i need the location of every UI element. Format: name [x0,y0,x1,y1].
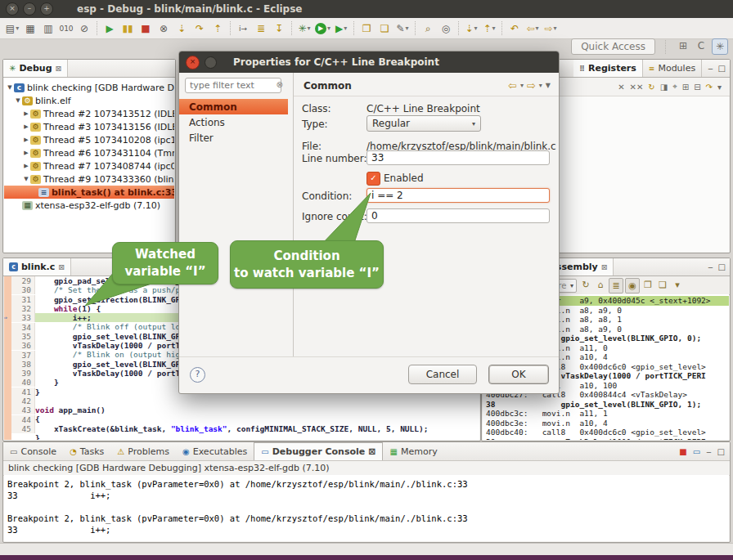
tab-blink-c[interactable]: c blink.c ⊠ [3,258,71,276]
step-over-button[interactable]: ↷ [191,20,209,37]
show-details-icon[interactable]: ◨ [660,83,668,92]
ignore-count-input[interactable] [366,208,550,223]
step-return-button[interactable]: ⇡ [209,20,227,37]
breakpoint-ruler[interactable] [4,396,11,405]
debug-tree-item[interactable]: ▶⚙Thread #6 1073431104 (Tmr Svc) (Su [4,146,174,159]
view-menu-icon[interactable]: ▾ [671,278,684,292]
terminate-button[interactable]: ■ [137,20,155,37]
line-number-input[interactable] [366,150,550,165]
link-with-view-icon[interactable]: ❐ [641,278,654,292]
debug-tree-item[interactable]: ▼⚙Thread #9 1073433360 (blink_task [4,172,174,186]
tree-expand-icon[interactable]: ▼ [22,176,30,182]
next-annotation-button[interactable]: ⇣ [462,20,480,37]
tree-expand-icon[interactable]: ▼ [14,97,22,104]
maximize-icon[interactable]: □ [718,64,726,73]
tree-expand-icon[interactable]: ▼ [6,84,14,91]
remove-selected-icon[interactable]: ✕ [618,83,624,92]
window-close-button[interactable]: × [6,2,19,16]
breakpoint-ruler[interactable] [4,295,11,304]
refresh-icon[interactable]: ↻ [579,278,592,292]
instruction-stepping-button[interactable]: i→ [234,20,252,37]
dialog-close-button[interactable]: × [186,56,200,69]
remove-all-icon[interactable]: ✕✕ [630,83,644,92]
search-button[interactable]: ⌕ [419,20,437,37]
tree-expand-icon[interactable]: ▶ [22,163,30,169]
breakpoint-ruler[interactable] [4,414,11,423]
external-tools-button[interactable]: ▶ [332,20,350,37]
close-icon[interactable]: ⊠ [58,263,65,271]
back-button[interactable]: ⇦ [524,20,542,37]
back-icon[interactable]: ⇦ [508,79,517,92]
breakpoint-ruler[interactable] [4,304,11,313]
debug-tree-item[interactable]: ▶⚙Thread #3 1073413156 (IDLE) (Susp [4,120,174,133]
resume-button[interactable]: ▶ [101,20,119,37]
open-new-view-icon[interactable]: ❏ [656,278,669,292]
breakpoint-ruler[interactable] [4,433,11,440]
breakpoint-ruler[interactable] [4,369,11,378]
skip-all-breakpoints-button[interactable]: ⊘ [75,20,93,37]
tab-tasks[interactable]: ◔Tasks [63,442,110,460]
save-all-button[interactable]: ▥ [39,20,57,37]
restore-defaults-icon[interactable]: ↷ [706,83,713,92]
display-selected-console-icon[interactable]: ▭ [693,447,700,456]
debug-button[interactable]: ✳ [295,20,313,37]
breakpoint-ruler[interactable] [4,341,11,350]
ok-button[interactable]: OK [488,365,549,384]
chevron-down-icon[interactable]: ▾ [539,82,542,89]
tab-registers[interactable]: ⠿ Registers [573,60,643,77]
tree-expand-icon[interactable]: ▶ [22,123,30,130]
dialog-tree-item-filter[interactable]: Filter [179,130,288,146]
collapse-all-icon[interactable]: ⊟ [694,83,700,92]
tree-expand-icon[interactable]: ▶ [22,137,30,143]
cancel-button[interactable]: Cancel [408,365,477,384]
toggle-mark-occurrences-button[interactable]: ◎ [437,20,455,37]
tree-expand-icon[interactable]: ▶ [22,110,30,117]
suspend-button[interactable]: ▮▮ [119,20,137,37]
pointer-mode-icon[interactable]: ⌖ [672,82,677,92]
last-edit-location-button[interactable]: ↶ [506,20,524,37]
use-step-filters-button[interactable]: ≣ [252,20,270,37]
minimize-icon[interactable]: ‒ [708,64,713,73]
breakpoint-ruler[interactable] [4,285,11,294]
window-maximize-button[interactable]: + [40,2,53,16]
dialog-restore-button[interactable] [205,56,217,69]
refresh-icon[interactable]: ↻ [648,83,654,92]
debug-tree-item[interactable]: ≡blink_task() at blink.c:33 0x400db [4,186,174,199]
minimize-icon[interactable]: ‒ [706,447,711,456]
new-button[interactable]: ▤ [3,20,21,37]
breakpoint-ruler[interactable] [4,405,11,414]
debug-tree-item[interactable]: ▼cblink checking [GDB Hardware Debug [4,81,174,94]
condition-input[interactable] [366,188,550,203]
filter-input[interactable] [185,78,281,93]
open-folder-button[interactable]: ❐ [358,20,375,37]
pin-editor-button[interactable]: ✎ [393,20,411,37]
help-button[interactable]: ? [190,367,205,383]
close-icon[interactable]: ⊠ [368,446,375,457]
breakpoint-ruler[interactable] [4,388,11,396]
track-expression-icon[interactable]: ◉ [625,278,640,293]
breakpoint-ruler[interactable] [4,276,11,285]
tab-executables[interactable]: ◉Executables [176,442,254,460]
import-button[interactable]: ❏ [375,20,393,37]
home-icon[interactable]: ⌂ [594,278,607,292]
tab-debugger-console[interactable]: ▭Debugger Console⊠ [254,442,383,460]
breakpoint-ruler[interactable] [4,378,11,387]
dialog-tree-item-actions[interactable]: Actions [179,114,288,130]
breakpoint-ruler[interactable] [4,360,11,369]
run-button[interactable]: ▶ [313,20,332,37]
breakpoint-ruler[interactable] [4,350,11,359]
disconnect-button[interactable]: ⊗ [155,20,173,37]
close-icon[interactable]: ⊠ [56,65,62,73]
forward-icon[interactable]: ⇨ [527,79,536,92]
quick-access-button[interactable]: Quick Access [571,38,655,55]
dialog-tree-item-common[interactable]: Common [179,99,288,114]
tree-expand-icon[interactable]: ▶ [22,150,30,156]
cpp-perspective-button[interactable]: C [694,38,708,53]
debug-tree-item[interactable]: ▶⚙Thread #5 1073410208 (ipc1) (Susp [4,133,174,146]
debug-tree-item[interactable]: ▶⚙Thread #2 1073413512 (IDLE : Runn [4,107,174,120]
breakpoint-ruler[interactable] [4,424,11,433]
debug-tree-item[interactable]: ▦xtensa-esp32-elf-gdb (7.10) [4,199,174,212]
expand-all-icon[interactable]: ⊞ [682,83,689,92]
tab-modules[interactable]: ≡ Modules [643,60,702,77]
view-menu-icon[interactable]: ▼ [546,82,551,89]
